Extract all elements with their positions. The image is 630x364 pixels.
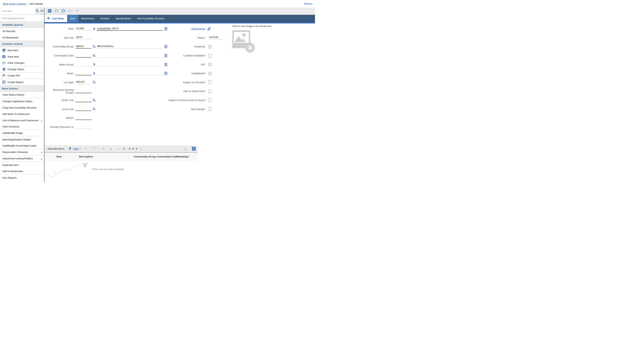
- sidebar-item-create-report[interactable]: Create Report: [0, 79, 44, 85]
- field-label: Lot Type:: [44, 81, 76, 84]
- sidebar-item-change-capitalized-status[interactable]: Change Capitalized Status: [0, 98, 44, 104]
- column-header-commodity-code[interactable]: Commodity Code: [157, 155, 178, 158]
- sidebar-item-new-item[interactable]: New Item: [0, 47, 44, 54]
- capitalized-checkbox: [208, 72, 212, 75]
- select-value-icon[interactable]: [92, 108, 97, 111]
- order-unit-field[interactable]: [76, 98, 92, 102]
- detail-menu-icon[interactable]: [92, 27, 97, 30]
- maximum-quantity-issued-field[interactable]: [76, 90, 92, 93]
- column-header-commodity-group[interactable]: Commodity Group: [134, 155, 156, 158]
- filter-icon[interactable]: [68, 147, 72, 150]
- sidebar-item-create-kpi[interactable]: Create KPI: [0, 72, 44, 79]
- clear-changes-button[interactable]: [60, 9, 66, 13]
- issue-unit-field[interactable]: [76, 107, 92, 111]
- find-search-button[interactable]: [35, 8, 40, 14]
- select-value-icon[interactable]: [92, 98, 97, 102]
- find-navigation-input[interactable]: [0, 15, 44, 22]
- sidebar-item-clear-changes[interactable]: Clear Changes: [0, 60, 44, 66]
- attach-to-parent-asset-checkbox[interactable]: [208, 98, 212, 102]
- field-label: Issue Unit:: [44, 108, 76, 110]
- sidebar-item-label: Unit of Measure and Conversion: [2, 119, 39, 122]
- new-record-button[interactable]: [46, 9, 53, 14]
- form-row-inspect-on-receipt: Inspect on Receipt?: [153, 78, 224, 87]
- sidebar-item-add-to-bookmarks[interactable]: Add to Bookmarks: [0, 168, 44, 174]
- sidebar-item-attachment-library-folders[interactable]: Attachment Library/Folders: [0, 156, 44, 162]
- find-item-input[interactable]: [0, 8, 35, 14]
- paperclip-icon[interactable]: [207, 27, 211, 31]
- table-title: Alternate Items: [48, 147, 66, 150]
- bee-doodle-icon: [48, 162, 90, 180]
- select-value-icon[interactable]: [92, 80, 97, 84]
- return-link[interactable]: Return: [304, 2, 312, 5]
- sidebar-item-copy-item-assembly-structure[interactable]: Copy Item Assembly Structure: [0, 104, 44, 111]
- receipt-tolerance-field[interactable]: [76, 125, 92, 129]
- form-row-meter-group: Meter Group:: [44, 60, 167, 69]
- item-form: Item: 4-L080 Lockwasher- 5/8 In Item Set…: [44, 24, 315, 182]
- sidebar-item-depreciation-schedule[interactable]: Depreciation Schedule: [0, 149, 44, 156]
- section-title: Common Actions: [2, 42, 23, 45]
- sidebar-item-unit-of-measure-and-conversion[interactable]: Unit of Measure and Conversion: [0, 117, 44, 124]
- chevron-down-icon: [40, 10, 44, 12]
- inspect-on-receipt-checkbox[interactable]: [208, 80, 212, 84]
- remove-image-icon[interactable]: [245, 43, 255, 53]
- item-field[interactable]: 4-L080: [76, 27, 92, 31]
- column-header-item[interactable]: Item: [56, 155, 62, 158]
- list-view-button[interactable]: List View: [44, 15, 67, 22]
- kpi-donut-icon: [2, 74, 6, 78]
- meter-group-field[interactable]: [76, 62, 92, 66]
- move-row-down-icon: [109, 147, 112, 150]
- download-icon[interactable]: [184, 147, 188, 150]
- sidebar-item-all-bookmarks[interactable]: All Bookmarks: [0, 34, 44, 41]
- column-header-description[interactable]: Description: [79, 155, 93, 158]
- filter-link[interactable]: Filter: [73, 147, 78, 150]
- breadcrumb-parent-link[interactable]: Work Order Tracking: [2, 2, 26, 5]
- tab-vendors[interactable]: Vendors: [97, 15, 112, 22]
- field-label: Item Set:: [44, 36, 76, 39]
- tab-specifications[interactable]: Specifications: [112, 15, 134, 22]
- item-image-placeholder[interactable]: [232, 30, 250, 48]
- form-row-maximum-quantity-issued: Maximum Quantity Issued:: [44, 87, 167, 96]
- sidebar-item-run-reports[interactable]: Run Reports: [0, 174, 44, 181]
- select-value-icon[interactable]: [92, 45, 97, 48]
- tab-item[interactable]: Item: [67, 15, 78, 22]
- tab-bar: List View Item Storerooms Vendors Specif…: [44, 15, 315, 22]
- sidebar-item-add-modify-commodity-codes[interactable]: Add/Modify Commodity Codes: [0, 143, 44, 149]
- tax-exempt-checkbox[interactable]: [208, 108, 212, 111]
- detail-menu-icon[interactable]: [92, 72, 97, 75]
- expand-filter-icon[interactable]: [79, 148, 81, 150]
- sidebar-item-item-organization-details[interactable]: Item/Organization Details: [0, 136, 44, 143]
- detail-menu-icon[interactable]: [92, 63, 97, 66]
- sidebar-item-label: Add to Bookmarks: [2, 170, 23, 173]
- commodity-group-field[interactable]: MECH: [76, 45, 92, 48]
- attachments-link[interactable]: Attachments: [191, 27, 205, 30]
- sidebar-item-duplicate-item[interactable]: Duplicate Item: [0, 162, 44, 168]
- sidebar-item-label: New Item: [8, 49, 18, 52]
- add-as-spare-part-checkbox[interactable]: [208, 90, 212, 93]
- meter-field[interactable]: [76, 72, 92, 75]
- image-caption[interactable]: Click to see image in its actual size: [232, 25, 313, 28]
- sidebar-item-view-status-history[interactable]: View Status History: [0, 92, 44, 98]
- sidebar-item-view-contracts[interactable]: View Contracts: [0, 124, 44, 130]
- kit-checkbox: [208, 63, 212, 66]
- minimize-table-icon[interactable]: [192, 147, 196, 151]
- sidebar-item-add-modify-image[interactable]: Add/Modify Image: [0, 130, 44, 136]
- lot-type-field[interactable]: NOLOT: [76, 80, 92, 84]
- condition-enabled-checkbox[interactable]: [208, 54, 212, 57]
- sidebar-item-label: Add Items To Storeroom: [2, 113, 30, 116]
- find-options-button[interactable]: [40, 8, 44, 14]
- record-toolbar: [0, 8, 315, 15]
- sidebar-item-save-item[interactable]: Save Item: [0, 54, 44, 60]
- msds-field[interactable]: [76, 116, 92, 120]
- sidebar-item-change-status[interactable]: Change Status: [0, 66, 44, 72]
- sidebar-item-all-records[interactable]: All Records: [0, 28, 44, 34]
- tab-storerooms[interactable]: Storerooms: [78, 15, 97, 22]
- column-header-rotating[interactable]: Rotating?: [177, 155, 189, 158]
- select-value-icon[interactable]: [92, 54, 97, 57]
- sidebar-item-label: Add/Modify Commodity Codes: [2, 144, 36, 147]
- tab-item-assembly-structure[interactable]: Item Assembly Structure: [134, 15, 168, 22]
- sidebar-item-add-items-to-storeroom[interactable]: Add Items To Storeroom: [0, 111, 44, 117]
- form-row-item-set: Item Set: SET1: [44, 33, 167, 42]
- tab-label: Item Assembly Structure: [137, 17, 164, 20]
- commodity-code-field[interactable]: [76, 54, 92, 58]
- form-row-meter: Meter:: [44, 69, 167, 78]
